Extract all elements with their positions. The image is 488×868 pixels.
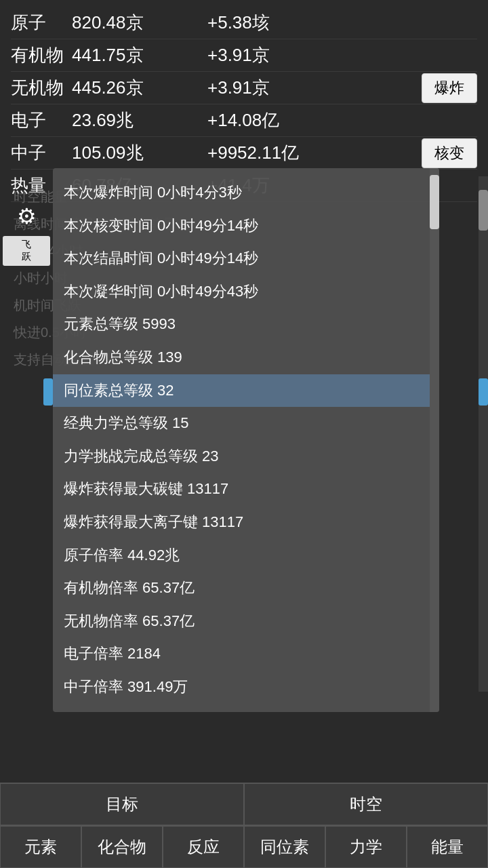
resource-delta-1: +3.91京 bbox=[207, 43, 477, 67]
resource-row-1: 有机物441.75京+3.91京 bbox=[11, 39, 477, 72]
bottom-nav: 目标时空 元素化合物反应同位素力学能量 bbox=[0, 783, 488, 868]
overlay-item-0: 本次爆炸时间 0小时4分3秒 bbox=[64, 176, 419, 210]
nav-btn-row1-0[interactable]: 目标 bbox=[0, 783, 244, 825]
resource-row-0: 原子820.48京+5.38垓 bbox=[11, 7, 477, 39]
overlay-item-9: 爆炸获得最大碳键 13117 bbox=[64, 473, 419, 506]
nav-btn-row2-5[interactable]: 能量 bbox=[407, 826, 488, 868]
overlay-item-7: 经典力学总等级 15 bbox=[64, 407, 419, 440]
nav-btn-row2-3[interactable]: 同位素 bbox=[244, 826, 325, 868]
overlay-item-1: 本次核变时间 0小时49分14秒 bbox=[64, 210, 419, 243]
small-action-btn[interactable]: 飞跃 bbox=[3, 236, 50, 266]
resource-delta-4: +9952.11亿 bbox=[207, 141, 422, 165]
resource-value-2: 445.26京 bbox=[72, 76, 207, 100]
overlay-item-8: 力学挑战完成总等级 23 bbox=[64, 440, 419, 473]
resource-value-4: 105.09兆 bbox=[72, 141, 207, 165]
overlay-item-4: 元素总等级 5993 bbox=[64, 308, 419, 341]
nav-btn-row2-0[interactable]: 元素 bbox=[0, 826, 81, 868]
blue-handle-left[interactable] bbox=[43, 378, 53, 406]
left-panel: ⚙ 飞跃 bbox=[0, 197, 53, 269]
overlay-panel: 本次爆炸时间 0小时4分3秒本次核变时间 0小时49分14秒本次结晶时间 0小时… bbox=[53, 168, 439, 712]
resource-name-0: 原子 bbox=[11, 11, 72, 35]
resource-name-3: 电子 bbox=[11, 108, 72, 132]
nav-btn-row1-1[interactable]: 时空 bbox=[244, 783, 488, 825]
overlay-item-3: 本次凝华时间 0小时49分43秒 bbox=[64, 275, 419, 309]
overlay-scrollbar[interactable] bbox=[430, 168, 439, 712]
overlay-item-12: 有机物倍率 65.37亿 bbox=[64, 572, 419, 605]
overlay-item-6: 同位素总等级 32 bbox=[53, 374, 430, 408]
resource-action-btn-2[interactable]: 爆炸 bbox=[422, 73, 477, 103]
nav-btn-row2-1[interactable]: 化合物 bbox=[81, 826, 163, 868]
resource-row-2: 无机物445.26京+3.91京爆炸 bbox=[11, 72, 477, 104]
resource-name-1: 有机物 bbox=[11, 43, 72, 67]
right-scrollbar-thumb[interactable] bbox=[479, 190, 488, 231]
resource-delta-3: +14.08亿 bbox=[207, 108, 477, 132]
overlay-content: 本次爆炸时间 0小时4分3秒本次核变时间 0小时49分14秒本次结晶时间 0小时… bbox=[53, 168, 430, 712]
resource-name-2: 无机物 bbox=[11, 76, 72, 100]
overlay-item-2: 本次结晶时间 0小时49分14秒 bbox=[64, 242, 419, 275]
overlay-item-11: 原子倍率 44.92兆 bbox=[64, 539, 419, 572]
nav-btn-row2-2[interactable]: 反应 bbox=[163, 826, 244, 868]
resource-delta-2: +3.91京 bbox=[207, 76, 422, 100]
resource-value-1: 441.75京 bbox=[72, 43, 207, 67]
overlay-item-10: 爆炸获得最大离子键 13117 bbox=[64, 506, 419, 539]
gear-icon[interactable]: ⚙ bbox=[9, 199, 43, 233]
resource-value-0: 820.48京 bbox=[72, 11, 207, 35]
nav-row-1: 目标时空 bbox=[0, 783, 488, 825]
blue-handle-right[interactable] bbox=[479, 378, 488, 406]
right-scrollbar[interactable] bbox=[479, 176, 488, 692]
nav-btn-row2-4[interactable]: 力学 bbox=[325, 826, 407, 868]
resource-row-4: 中子105.09兆+9952.11亿核变 bbox=[11, 137, 477, 170]
resource-value-3: 23.69兆 bbox=[72, 108, 207, 132]
overlay-scrollbar-thumb[interactable] bbox=[430, 175, 439, 229]
resource-action-btn-4[interactable]: 核变 bbox=[422, 138, 477, 168]
overlay-item-14: 电子倍率 2184 bbox=[64, 637, 419, 671]
overlay-item-13: 无机物倍率 65.37亿 bbox=[64, 605, 419, 638]
resource-delta-0: +5.38垓 bbox=[207, 11, 477, 35]
resource-row-3: 电子23.69兆+14.08亿 bbox=[11, 104, 477, 137]
nav-row-2: 元素化合物反应同位素力学能量 bbox=[0, 825, 488, 868]
overlay-item-5: 化合物总等级 139 bbox=[64, 341, 419, 374]
resource-name-4: 中子 bbox=[11, 141, 72, 165]
overlay-item-15: 中子倍率 391.49万 bbox=[64, 671, 419, 704]
